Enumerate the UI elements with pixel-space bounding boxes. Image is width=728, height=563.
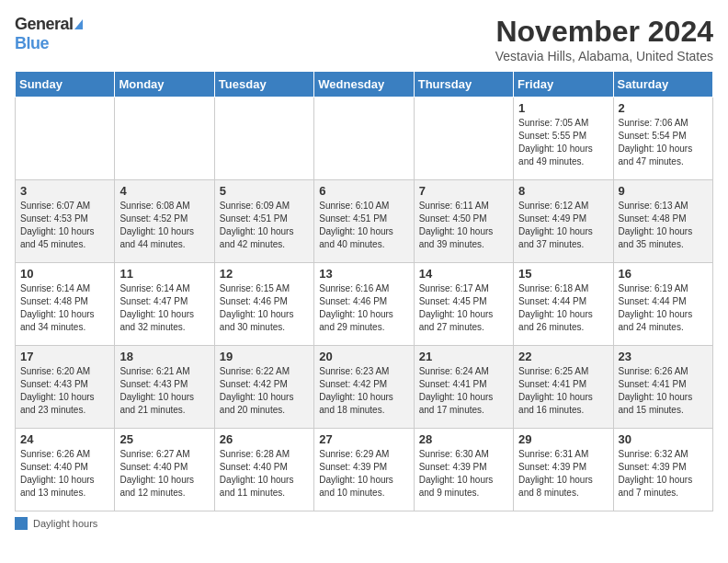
day-info: Sunrise: 6:26 AM Sunset: 4:41 PM Dayligh… [619, 365, 708, 417]
day-info: Sunrise: 6:16 AM Sunset: 4:46 PM Dayligh… [319, 282, 408, 334]
day-info: Sunrise: 6:24 AM Sunset: 4:41 PM Dayligh… [419, 365, 508, 417]
calendar-cell: 20Sunrise: 6:23 AM Sunset: 4:42 PM Dayli… [314, 346, 414, 429]
calendar-cell: 9Sunrise: 6:13 AM Sunset: 4:48 PM Daylig… [613, 180, 712, 263]
day-number: 6 [319, 184, 408, 198]
calendar-week-row: 17Sunrise: 6:20 AM Sunset: 4:43 PM Dayli… [16, 346, 713, 429]
calendar-cell: 6Sunrise: 6:10 AM Sunset: 4:51 PM Daylig… [314, 180, 414, 263]
day-number: 19 [220, 350, 309, 363]
day-number: 9 [619, 184, 708, 198]
day-info: Sunrise: 6:14 AM Sunset: 4:48 PM Dayligh… [20, 282, 109, 334]
day-info: Sunrise: 6:12 AM Sunset: 4:49 PM Dayligh… [518, 200, 608, 251]
day-number: 5 [220, 184, 309, 198]
day-info: Sunrise: 6:15 AM Sunset: 4:46 PM Dayligh… [220, 282, 309, 334]
day-info: Sunrise: 7:05 AM Sunset: 5:55 PM Dayligh… [518, 117, 608, 168]
day-number: 26 [220, 432, 309, 446]
day-number: 17 [20, 350, 109, 363]
calendar-week-row: 3Sunrise: 6:07 AM Sunset: 4:53 PM Daylig… [16, 180, 713, 263]
calendar-cell: 25Sunrise: 6:27 AM Sunset: 4:40 PM Dayli… [115, 429, 214, 511]
calendar-cell: 7Sunrise: 6:11 AM Sunset: 4:50 PM Daylig… [414, 180, 513, 263]
day-info: Sunrise: 6:32 AM Sunset: 4:39 PM Dayligh… [619, 448, 708, 500]
day-info: Sunrise: 6:08 AM Sunset: 4:52 PM Dayligh… [119, 200, 209, 251]
calendar-week-row: 1Sunrise: 7:05 AM Sunset: 5:55 PM Daylig… [16, 98, 713, 180]
day-info: Sunrise: 6:28 AM Sunset: 4:40 PM Dayligh… [220, 448, 309, 500]
day-info: Sunrise: 6:09 AM Sunset: 4:51 PM Dayligh… [220, 200, 309, 251]
day-number: 11 [119, 267, 209, 281]
title-block: November 2024 Vestavia Hills, Alabama, U… [495, 15, 713, 63]
day-info: Sunrise: 6:18 AM Sunset: 4:44 PM Dayligh… [518, 282, 608, 334]
day-info: Sunrise: 6:25 AM Sunset: 4:41 PM Dayligh… [518, 365, 608, 417]
calendar-cell: 2Sunrise: 7:06 AM Sunset: 5:54 PM Daylig… [613, 98, 712, 180]
day-info: Sunrise: 6:31 AM Sunset: 4:39 PM Dayligh… [518, 448, 608, 500]
day-number: 27 [319, 432, 408, 446]
day-info: Sunrise: 6:19 AM Sunset: 4:44 PM Dayligh… [619, 282, 708, 334]
day-number: 12 [220, 267, 309, 281]
calendar-cell: 11Sunrise: 6:14 AM Sunset: 4:47 PM Dayli… [115, 263, 214, 346]
day-number: 4 [119, 184, 209, 198]
calendar-cell: 16Sunrise: 6:19 AM Sunset: 4:44 PM Dayli… [613, 263, 712, 346]
header-day: Thursday [414, 72, 513, 98]
calendar-cell [314, 98, 414, 180]
day-number: 28 [419, 432, 508, 446]
day-number: 23 [619, 350, 708, 363]
calendar-cell: 29Sunrise: 6:31 AM Sunset: 4:39 PM Dayli… [514, 429, 613, 511]
day-info: Sunrise: 6:23 AM Sunset: 4:42 PM Dayligh… [319, 365, 408, 417]
calendar-cell: 28Sunrise: 6:30 AM Sunset: 4:39 PM Dayli… [414, 429, 513, 511]
day-info: Sunrise: 6:17 AM Sunset: 4:45 PM Dayligh… [419, 282, 508, 334]
header-day: Monday [115, 72, 214, 98]
calendar-cell: 1Sunrise: 7:05 AM Sunset: 5:55 PM Daylig… [514, 98, 613, 180]
calendar-cell: 12Sunrise: 6:15 AM Sunset: 4:46 PM Dayli… [214, 263, 313, 346]
logo: General Blue [15, 15, 83, 53]
day-number: 21 [419, 350, 508, 363]
calendar-cell: 8Sunrise: 6:12 AM Sunset: 4:49 PM Daylig… [514, 180, 613, 263]
day-info: Sunrise: 6:26 AM Sunset: 4:40 PM Dayligh… [20, 448, 109, 500]
calendar-cell: 10Sunrise: 6:14 AM Sunset: 4:48 PM Dayli… [16, 263, 115, 346]
logo-chevron-icon [74, 19, 83, 29]
calendar-cell [16, 98, 115, 180]
day-number: 2 [619, 101, 708, 115]
calendar-header-row: SundayMondayTuesdayWednesdayThursdayFrid… [16, 72, 713, 98]
calendar-cell: 5Sunrise: 6:09 AM Sunset: 4:51 PM Daylig… [214, 180, 313, 263]
day-number: 29 [518, 432, 608, 446]
day-number: 18 [119, 350, 209, 363]
day-number: 22 [518, 350, 608, 363]
day-number: 13 [319, 267, 408, 281]
day-number: 1 [518, 101, 608, 115]
logo-general: General [15, 15, 74, 34]
day-info: Sunrise: 6:29 AM Sunset: 4:39 PM Dayligh… [319, 448, 408, 500]
header-day: Sunday [16, 72, 115, 98]
header-day: Saturday [613, 72, 712, 98]
day-info: Sunrise: 6:20 AM Sunset: 4:43 PM Dayligh… [20, 365, 109, 417]
day-info: Sunrise: 6:22 AM Sunset: 4:42 PM Dayligh… [220, 365, 309, 417]
day-number: 8 [518, 184, 608, 198]
day-number: 24 [20, 432, 109, 446]
calendar-cell: 19Sunrise: 6:22 AM Sunset: 4:42 PM Dayli… [214, 346, 313, 429]
calendar-cell: 15Sunrise: 6:18 AM Sunset: 4:44 PM Dayli… [514, 263, 613, 346]
header-day: Tuesday [214, 72, 313, 98]
calendar-cell: 24Sunrise: 6:26 AM Sunset: 4:40 PM Dayli… [16, 429, 115, 511]
day-number: 10 [20, 267, 109, 281]
page-header: General Blue November 2024 Vestavia Hill… [15, 15, 713, 63]
day-info: Sunrise: 6:07 AM Sunset: 4:53 PM Dayligh… [20, 200, 109, 251]
calendar-table: SundayMondayTuesdayWednesdayThursdayFrid… [15, 71, 713, 511]
calendar-cell: 13Sunrise: 6:16 AM Sunset: 4:46 PM Dayli… [314, 263, 414, 346]
calendar-cell: 26Sunrise: 6:28 AM Sunset: 4:40 PM Dayli… [214, 429, 313, 511]
day-number: 16 [619, 267, 708, 281]
day-info: Sunrise: 6:13 AM Sunset: 4:48 PM Dayligh… [619, 200, 708, 251]
calendar-week-row: 24Sunrise: 6:26 AM Sunset: 4:40 PM Dayli… [16, 429, 713, 511]
legend: Daylight hours [15, 517, 713, 530]
day-number: 15 [518, 267, 608, 281]
day-info: Sunrise: 6:27 AM Sunset: 4:40 PM Dayligh… [119, 448, 209, 500]
calendar-cell: 23Sunrise: 6:26 AM Sunset: 4:41 PM Dayli… [613, 346, 712, 429]
legend-box [15, 517, 28, 530]
header-day: Wednesday [314, 72, 414, 98]
calendar-cell: 14Sunrise: 6:17 AM Sunset: 4:45 PM Dayli… [414, 263, 513, 346]
legend-label: Daylight hours [33, 518, 97, 529]
calendar-cell: 27Sunrise: 6:29 AM Sunset: 4:39 PM Dayli… [314, 429, 414, 511]
calendar-cell: 30Sunrise: 6:32 AM Sunset: 4:39 PM Dayli… [613, 429, 712, 511]
logo-blue: Blue [15, 34, 49, 52]
day-info: Sunrise: 6:14 AM Sunset: 4:47 PM Dayligh… [119, 282, 209, 334]
calendar-cell [414, 98, 513, 180]
calendar-cell: 17Sunrise: 6:20 AM Sunset: 4:43 PM Dayli… [16, 346, 115, 429]
day-number: 3 [20, 184, 109, 198]
day-info: Sunrise: 6:11 AM Sunset: 4:50 PM Dayligh… [419, 200, 508, 251]
